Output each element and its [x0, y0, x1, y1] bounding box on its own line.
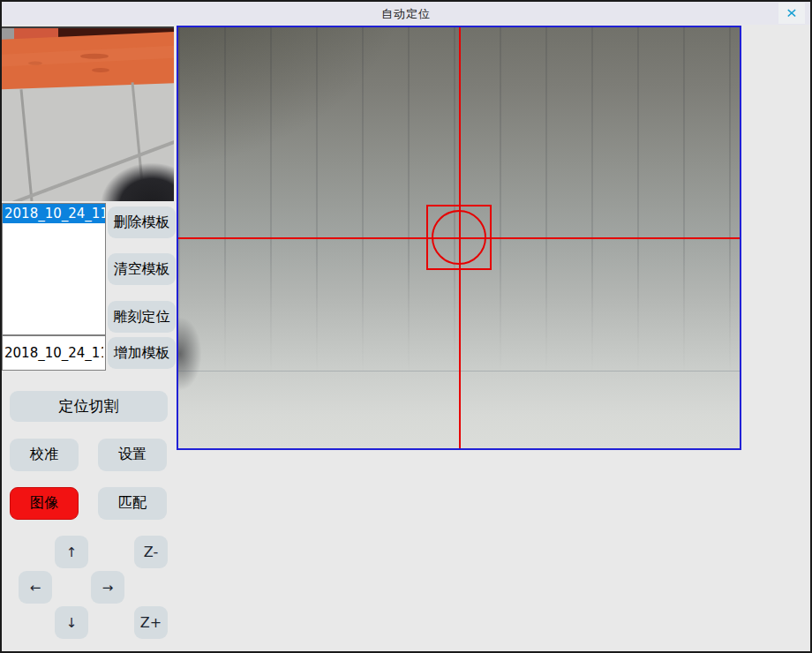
clear-templates-button[interactable]: 清空模板 — [108, 253, 176, 285]
calibrate-button[interactable]: 校准 — [10, 439, 79, 471]
template-name-input[interactable] — [2, 335, 106, 371]
jog-down-button[interactable]: ↓ — [55, 606, 88, 639]
close-button[interactable]: ✕ — [778, 3, 805, 24]
jog-up-button[interactable]: ↑ — [55, 536, 88, 568]
dialog-title: 自动定位 — [2, 6, 810, 22]
list-item[interactable]: 2018_10_24_11 — [3, 204, 105, 223]
position-cut-button[interactable]: 定位切割 — [10, 391, 168, 422]
template-list[interactable]: 2018_10_24_11 — [2, 203, 106, 335]
auto-position-dialog: 自动定位 ✕ — [0, 0, 812, 653]
image-button-active[interactable]: 图像 — [10, 487, 79, 520]
close-icon: ✕ — [786, 7, 797, 19]
delete-template-button[interactable]: 删除模板 — [108, 206, 176, 238]
add-template-button[interactable]: 增加模板 — [108, 337, 176, 369]
jog-right-button[interactable]: → — [91, 571, 124, 604]
screen: 自动定位 ✕ — [0, 0, 812, 653]
engrave-position-button[interactable]: 雕刻定位 — [108, 301, 176, 333]
match-region-circle — [432, 210, 486, 265]
jog-left-button[interactable]: ← — [19, 571, 52, 604]
camera-viewport[interactable] — [177, 26, 741, 450]
jog-z-minus-button[interactable]: Z- — [134, 536, 168, 568]
jog-z-plus-button[interactable]: Z+ — [134, 606, 168, 639]
template-preview-image — [2, 26, 174, 201]
match-button[interactable]: 匹配 — [98, 487, 167, 520]
settings-button[interactable]: 设置 — [98, 439, 167, 471]
titlebar: 自动定位 ✕ — [2, 2, 810, 25]
